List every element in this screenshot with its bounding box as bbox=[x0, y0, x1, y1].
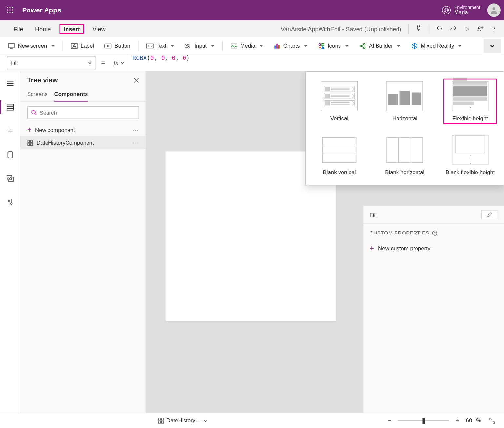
new-screen-button[interactable]: New screen bbox=[3, 39, 59, 52]
more-icon[interactable]: ··· bbox=[133, 127, 139, 133]
button-icon bbox=[104, 42, 112, 50]
svg-rect-4 bbox=[10, 10, 11, 11]
titlebar: Power Apps Environment Maria bbox=[0, 0, 504, 20]
menu-home[interactable]: Home bbox=[32, 24, 54, 34]
tree-view-button[interactable] bbox=[2, 99, 19, 116]
new-custom-property-button[interactable]: + New custom property bbox=[363, 242, 504, 255]
tree-item[interactable]: DateHistoryComponent ··· bbox=[20, 136, 145, 149]
svg-rect-34 bbox=[276, 44, 278, 48]
svg-point-16 bbox=[478, 27, 480, 29]
svg-line-45 bbox=[362, 46, 363, 47]
button-button[interactable]: Button bbox=[100, 39, 135, 52]
info-icon[interactable]: ? bbox=[432, 230, 437, 236]
zoom-unit: % bbox=[476, 418, 481, 424]
mixed-reality-icon bbox=[411, 42, 418, 50]
charts-dropdown[interactable]: Charts bbox=[269, 39, 312, 52]
ai-builder-icon bbox=[359, 42, 366, 50]
more-icon[interactable]: ··· bbox=[133, 139, 139, 146]
component-icon bbox=[158, 418, 164, 423]
env-value: Maria bbox=[454, 10, 480, 16]
label-button[interactable]: Label bbox=[66, 39, 98, 52]
fit-to-screen-button[interactable] bbox=[485, 414, 499, 427]
undo-button[interactable] bbox=[433, 22, 446, 35]
chevron-down-icon bbox=[88, 61, 92, 65]
zoom-slider[interactable] bbox=[398, 420, 449, 421]
svg-line-66 bbox=[35, 114, 37, 115]
fill-property-label: Fill bbox=[370, 212, 377, 218]
svg-rect-53 bbox=[7, 106, 13, 108]
gallery-item-vertical[interactable]: Vertical bbox=[313, 79, 366, 124]
media-dropdown[interactable]: Media bbox=[226, 39, 267, 52]
gallery-item-blank-flex[interactable]: ↑↓Blank flexible height bbox=[443, 132, 497, 178]
fill-color-picker[interactable] bbox=[481, 210, 498, 219]
icons-dropdown[interactable]: Icons bbox=[313, 39, 353, 52]
svg-point-36 bbox=[319, 43, 320, 45]
zoom-in-button[interactable]: + bbox=[453, 418, 462, 424]
app-launcher-icon[interactable] bbox=[3, 3, 17, 17]
redo-button[interactable] bbox=[446, 22, 460, 35]
svg-marker-40 bbox=[322, 46, 324, 48]
menu-insert[interactable]: Insert bbox=[59, 24, 84, 34]
advanced-tools-button[interactable] bbox=[2, 194, 19, 211]
plus-icon: + bbox=[370, 244, 374, 252]
label-icon bbox=[70, 42, 78, 50]
gallery-label: Blank flexible height bbox=[445, 169, 495, 175]
menu-file[interactable]: File bbox=[10, 24, 27, 34]
media-rail-button[interactable] bbox=[2, 170, 19, 187]
component-breadcrumb[interactable]: DateHistory… bbox=[158, 418, 208, 424]
user-avatar[interactable] bbox=[487, 3, 501, 17]
svg-point-14 bbox=[419, 25, 420, 26]
svg-point-30 bbox=[188, 46, 189, 48]
svg-rect-68 bbox=[30, 140, 32, 142]
gallery-item-horizontal[interactable]: Horizontal bbox=[378, 79, 431, 124]
svg-rect-35 bbox=[278, 44, 280, 48]
ai-builder-dropdown[interactable]: AI Builder bbox=[355, 39, 405, 52]
share-button[interactable] bbox=[474, 22, 487, 35]
zoom-out-button[interactable]: − bbox=[385, 418, 394, 424]
fx-icon[interactable]: fx bbox=[110, 59, 128, 66]
svg-point-41 bbox=[360, 45, 362, 47]
play-button[interactable] bbox=[460, 22, 474, 35]
new-component-button[interactable]: +New component ··· bbox=[20, 123, 145, 136]
left-rail bbox=[0, 71, 20, 413]
property-selector[interactable]: Fill bbox=[7, 56, 96, 69]
svg-line-44 bbox=[362, 44, 363, 45]
canvas[interactable]: VerticalHorizontal↑↓Flexible heightBlank… bbox=[146, 71, 504, 413]
help-button[interactable] bbox=[487, 22, 501, 35]
svg-point-43 bbox=[363, 47, 365, 48]
charts-icon bbox=[273, 42, 281, 50]
gallery-label: Blank horizontal bbox=[380, 169, 430, 175]
tab-components[interactable]: Components bbox=[54, 88, 88, 102]
tab-screens[interactable]: Screens bbox=[27, 88, 48, 102]
app-checker-icon[interactable] bbox=[412, 22, 425, 35]
gallery-item-blank-h[interactable]: Blank horizontal bbox=[378, 132, 431, 178]
formula-bar: Fill = fx RGBA(0, 0, 0, 0) bbox=[0, 54, 504, 71]
menu-view[interactable]: View bbox=[89, 24, 109, 34]
status-bar: DateHistory… − + 60 % bbox=[0, 413, 504, 428]
data-button[interactable] bbox=[2, 146, 19, 163]
gallery-label: Flexible height bbox=[445, 115, 495, 121]
text-dropdown[interactable]: Abc Text bbox=[142, 39, 178, 52]
env-label: Environment bbox=[454, 5, 480, 10]
close-icon[interactable] bbox=[134, 78, 139, 83]
text-icon: Abc bbox=[146, 42, 154, 50]
svg-rect-6 bbox=[7, 12, 8, 13]
svg-rect-74 bbox=[161, 418, 163, 420]
svg-rect-8 bbox=[12, 12, 13, 13]
hamburger-button[interactable] bbox=[2, 75, 19, 92]
custom-properties-header: CUSTOM PROPERTIES ? bbox=[363, 224, 504, 242]
component-icon bbox=[27, 140, 33, 146]
search-input[interactable] bbox=[27, 106, 139, 119]
product-name: Power Apps bbox=[22, 6, 61, 14]
formula-input[interactable]: RGBA(0, 0, 0, 0) bbox=[128, 54, 504, 71]
mixed-reality-dropdown[interactable]: Mixed Reality bbox=[406, 39, 466, 52]
svg-rect-52 bbox=[7, 104, 13, 106]
environment-picker[interactable]: Environment Maria bbox=[442, 5, 480, 16]
search-field[interactable] bbox=[40, 110, 135, 116]
gallery-item-flex[interactable]: ↑↓Flexible height bbox=[443, 79, 497, 124]
input-dropdown[interactable]: Input bbox=[180, 39, 219, 52]
gallery-item-blank-v[interactable]: Blank vertical bbox=[313, 132, 366, 178]
insert-button[interactable] bbox=[2, 122, 19, 139]
svg-rect-5 bbox=[12, 10, 13, 11]
ribbon-overflow-button[interactable] bbox=[484, 39, 501, 52]
